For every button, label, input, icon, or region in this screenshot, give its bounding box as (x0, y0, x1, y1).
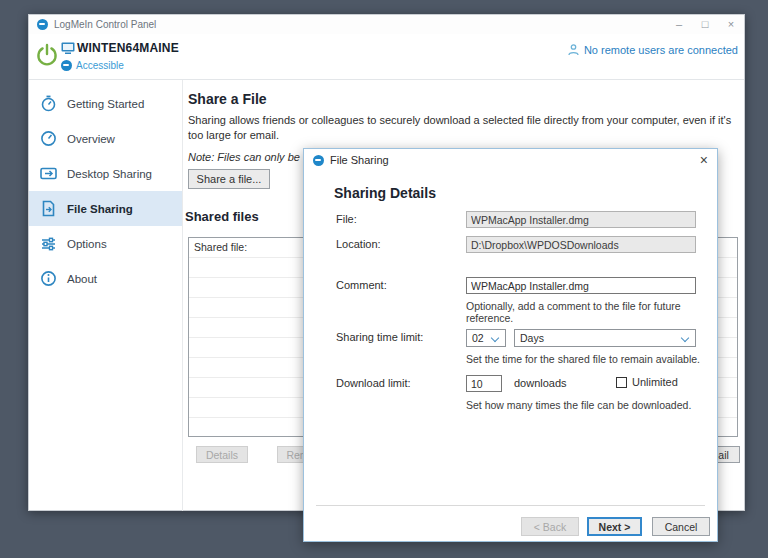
sidebar-item-label: Overview (67, 133, 115, 145)
location-label: Location: (336, 238, 381, 250)
download-limit-help: Set how many times the file can be downl… (466, 399, 691, 411)
sidebar-item-desktop-sharing[interactable]: Desktop Sharing (29, 156, 182, 191)
time-limit-label: Sharing time limit: (336, 331, 423, 343)
desktop-sharing-icon (40, 165, 57, 182)
power-icon[interactable] (34, 42, 60, 68)
accessible-status-icon (61, 60, 72, 71)
dialog-titlebar: File Sharing × (304, 149, 717, 171)
shared-files-title: Shared files (185, 209, 259, 224)
maximize-button[interactable]: □ (692, 15, 718, 34)
details-button: Details (196, 446, 248, 463)
next-button[interactable]: Next > (587, 517, 642, 536)
window-title: LogMeIn Control Panel (54, 19, 156, 30)
computer-name: WINTEN64MAINE (77, 41, 179, 55)
sidebar-item-getting-started[interactable]: Getting Started (29, 86, 182, 121)
time-limit-unit: Days (520, 332, 544, 344)
download-limit-label: Download limit: (336, 377, 411, 389)
unlimited-label: Unlimited (632, 376, 678, 388)
accessible-status: Accessible (76, 60, 124, 71)
comment-field[interactable] (466, 277, 696, 294)
sidebar-item-options[interactable]: Options (29, 226, 182, 261)
share-a-file-button[interactable]: Share a file... (188, 169, 270, 189)
titlebar: LogMeIn Control Panel – □ × (29, 15, 744, 34)
gauge-icon (40, 130, 57, 147)
file-sharing-dialog: File Sharing × Sharing Details File: Loc… (303, 148, 718, 542)
time-limit-value: 02 (472, 332, 484, 344)
sidebar-item-about[interactable]: About (29, 261, 182, 296)
dialog-separator (316, 505, 705, 506)
sidebar-item-label: Getting Started (67, 98, 144, 110)
remote-users-status: No remote users are connected (584, 44, 738, 56)
logmein-app-icon (37, 19, 48, 30)
dialog-close-icon[interactable]: × (700, 149, 708, 171)
time-limit-value-dropdown[interactable]: 02 (466, 329, 506, 347)
page-description: Sharing allows friends or colleagues to … (188, 113, 744, 143)
computer-icon (61, 42, 75, 54)
minimize-button[interactable]: – (666, 15, 692, 34)
chevron-down-icon (682, 335, 689, 342)
file-sharing-icon (40, 200, 57, 217)
file-field (466, 211, 696, 228)
sidebar-item-label: Desktop Sharing (67, 168, 152, 180)
info-icon (40, 270, 57, 287)
location-field (466, 236, 696, 253)
comment-help: Optionally, add a comment to the file fo… (466, 300, 717, 324)
stopwatch-icon (40, 95, 57, 112)
dialog-app-icon (313, 155, 324, 166)
sliders-icon (40, 235, 57, 252)
chevron-down-icon (492, 335, 499, 342)
unlimited-checkbox[interactable] (616, 377, 627, 388)
time-limit-unit-dropdown[interactable]: Days (514, 329, 696, 347)
time-limit-help: Set the time for the shared file to rema… (466, 353, 700, 365)
sidebar-item-overview[interactable]: Overview (29, 121, 182, 156)
close-button[interactable]: × (718, 15, 744, 34)
file-label: File: (336, 213, 357, 225)
comment-label: Comment: (336, 279, 387, 291)
sidebar-item-file-sharing[interactable]: File Sharing (29, 191, 182, 226)
dialog-heading: Sharing Details (334, 185, 436, 201)
page-title: Share a File (188, 91, 267, 107)
sidebar-item-label: File Sharing (67, 203, 133, 215)
download-limit-suffix: downloads (514, 377, 567, 389)
sidebar-item-label: About (67, 273, 97, 285)
download-limit-field[interactable] (466, 375, 502, 392)
cancel-button[interactable]: Cancel (652, 517, 710, 536)
remote-user-icon (568, 44, 579, 56)
app-header: WINTEN64MAINE Accessible No remote users… (29, 34, 744, 80)
dialog-title: File Sharing (330, 154, 389, 166)
back-button: < Back (521, 517, 579, 536)
sidebar: Getting Started Overview Desktop Sharing (29, 80, 183, 511)
sidebar-item-label: Options (67, 238, 107, 250)
page-note: Note: Files can only be (188, 151, 300, 163)
